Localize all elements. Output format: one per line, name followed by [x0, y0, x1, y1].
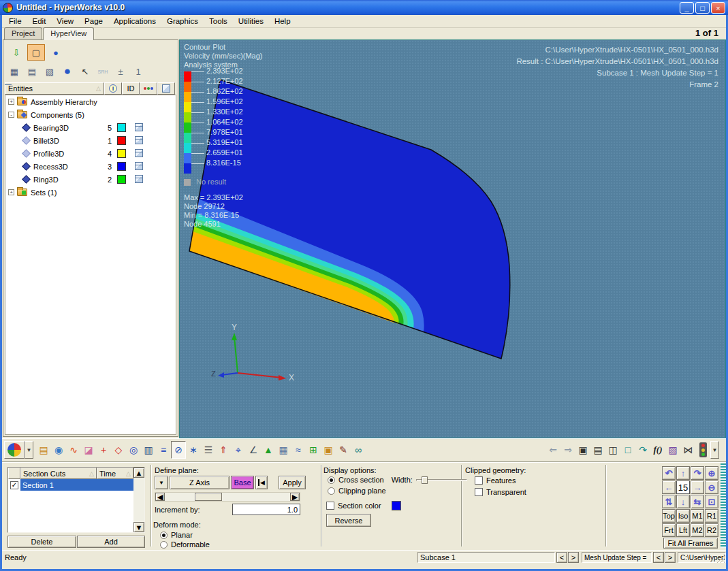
open-session-icon[interactable]: ▤ [36, 441, 51, 459]
expression-builder-icon[interactable]: f() [650, 441, 665, 459]
hyperworks-menu-button[interactable] [4, 441, 25, 459]
restore-button[interactable]: □ [695, 2, 710, 14]
view-r2-button[interactable]: R2 [705, 523, 718, 537]
fld-panel-icon[interactable]: ∞ [351, 441, 366, 459]
tree-row-component[interactable]: Profile3D 4 [5, 147, 176, 160]
page-mask-icon[interactable]: ● [47, 44, 65, 61]
graphics-viewport[interactable]: Y X Z Contour Plot Velocity (mm/sec)(Mag… [179, 39, 726, 438]
fit-all-frames-button[interactable]: Fit All Frames [663, 538, 718, 549]
add-page-icon[interactable]: ▤ [590, 441, 605, 459]
reverse-button[interactable]: Reverse [326, 514, 371, 527]
pan-right-icon[interactable]: → [691, 480, 704, 494]
view-r1-button[interactable]: R1 [705, 509, 718, 523]
component-color-swatch[interactable] [117, 149, 126, 158]
menu-tools[interactable]: Tools [204, 16, 233, 27]
animation-start-stop-button[interactable] [695, 441, 710, 459]
section-color-swatch[interactable] [392, 501, 401, 510]
pointer-icon[interactable]: ↖ [77, 63, 93, 80]
expand-window-icon[interactable]: □ [620, 441, 635, 459]
slider-thumb[interactable] [195, 493, 222, 501]
slider-left-icon[interactable]: ◀ [155, 493, 165, 501]
check-column-header[interactable] [8, 468, 20, 479]
contour-panel-icon[interactable]: ∿ [66, 441, 81, 459]
color-column-button[interactable] [140, 82, 157, 95]
zoom-fit-icon[interactable]: ⊡ [705, 495, 718, 508]
delete-button[interactable]: Delete [7, 536, 76, 548]
info-column-button[interactable]: i [104, 82, 122, 95]
rotate-horizontal-icon[interactable]: ⇆ [691, 495, 704, 508]
component-color-swatch[interactable] [117, 162, 126, 171]
expand-panel-icon[interactable]: ◇ [111, 441, 126, 459]
component-color-swatch[interactable] [117, 136, 126, 145]
page-forward-icon[interactable]: ⇒ [560, 441, 575, 459]
deformable-radio[interactable] [160, 541, 168, 549]
view-left-button[interactable]: Lft [676, 523, 690, 537]
swap-windows-icon[interactable]: ↷ [635, 441, 650, 459]
axis-selector-button[interactable]: Z Axis [170, 476, 230, 489]
rotate-vertical-icon[interactable]: ⇅ [662, 495, 676, 508]
mask-icon[interactable]: ● [59, 63, 76, 80]
menu-edit[interactable]: Edit [27, 16, 52, 27]
width-slider[interactable] [416, 476, 467, 484]
view-front-button[interactable]: Frt [662, 523, 676, 537]
rotation-angle-input[interactable]: 15 [676, 480, 690, 494]
features-checkbox[interactable] [475, 476, 483, 485]
zoom-in-icon[interactable]: ⊕ [705, 466, 718, 480]
base-toggle-button[interactable]: Base [231, 476, 254, 489]
id-column-button[interactable]: ID [122, 82, 140, 95]
tree-row-assembly[interactable]: + Assembly Hierarchy [5, 95, 176, 108]
build-plots-panel-icon[interactable]: ▲ [261, 441, 276, 459]
srh-icon[interactable]: SRH [95, 63, 111, 80]
eye-one-icon[interactable]: 1 [130, 63, 146, 80]
geometry-cube-icon[interactable] [135, 136, 143, 144]
expand-toggle[interactable]: + [8, 189, 14, 195]
render-mode-icon[interactable]: ▨ [665, 441, 680, 459]
results-palette-icon[interactable]: ◉ [51, 441, 66, 459]
view-top-button[interactable]: Top [662, 509, 676, 523]
menu-view[interactable]: View [51, 16, 79, 27]
slider-right-icon[interactable]: ▶ [290, 493, 300, 501]
view-m1-button[interactable]: M1 [691, 509, 704, 523]
tree-row-sets[interactable]: + Sets (1) [5, 186, 176, 199]
translate-panel-icon[interactable]: + [96, 441, 111, 459]
page-back-icon[interactable]: ⇐ [545, 441, 560, 459]
collapse-toggle[interactable]: - [8, 112, 14, 118]
invert-check-icon[interactable]: ▧ [42, 63, 58, 80]
marker-panel-icon[interactable]: ✎ [336, 441, 351, 459]
to-start-button[interactable]: ◀ [255, 476, 268, 489]
vector-panel-icon[interactable]: ⇑ [216, 441, 231, 459]
geometry-cube-icon[interactable] [135, 175, 143, 183]
tree-row-components[interactable]: - Components (5) [5, 108, 176, 121]
section-cut-panel-icon[interactable]: ⊘ [171, 441, 186, 459]
section-color-checkbox[interactable] [326, 502, 334, 510]
menu-file[interactable]: File [3, 16, 27, 27]
pages-icon[interactable]: ▣ [575, 441, 590, 459]
cross-section-radio[interactable] [328, 476, 335, 484]
pan-up-icon[interactable]: ↑ [676, 466, 690, 480]
animation-dropdown-icon[interactable]: ▼ [710, 441, 719, 459]
step-prev-button[interactable]: < [653, 552, 664, 563]
minimize-button[interactable]: _ [680, 2, 694, 14]
subcase-next-button[interactable]: > [568, 552, 579, 563]
apply-button[interactable]: Apply [279, 476, 306, 489]
width-slider-thumb[interactable] [422, 476, 428, 484]
clipping-plane-radio[interactable] [328, 487, 335, 495]
pan-down-icon[interactable]: ↓ [676, 495, 690, 508]
uncheck-all-icon[interactable]: ▤ [24, 63, 40, 80]
section-cut-row[interactable]: ✓ Section 1 [8, 479, 144, 491]
list-scrollbar[interactable]: ▲ ▼ [133, 468, 144, 532]
geometry-column-button[interactable] [157, 82, 175, 95]
window-resize-grip[interactable] [716, 554, 725, 563]
section-cuts-column-header[interactable]: Section Cuts △ [20, 468, 97, 479]
menu-page[interactable]: Page [79, 16, 108, 27]
attach-notes-panel-icon[interactable]: ▣ [321, 441, 336, 459]
geometry-cube-icon[interactable] [135, 123, 143, 131]
menu-graphics[interactable]: Graphics [161, 16, 204, 27]
scroll-up-icon[interactable]: ▲ [133, 468, 144, 478]
streamlines-panel-icon[interactable]: ≈ [291, 441, 306, 459]
menu-help[interactable]: Help [269, 16, 296, 27]
geometry-cube-icon[interactable] [135, 162, 143, 170]
tab-project[interactable]: Project [4, 27, 42, 39]
subcase-selector[interactable]: Subcase 1 [417, 552, 555, 563]
iso-panel-icon[interactable]: ≡ [156, 441, 171, 459]
